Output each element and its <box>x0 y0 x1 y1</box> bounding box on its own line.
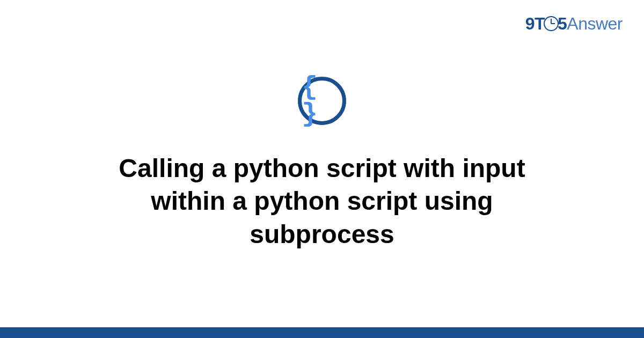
braces-icon: { } <box>298 77 346 125</box>
main-content: { } Calling a python script with input w… <box>0 0 644 327</box>
page-title: Calling a python script with input withi… <box>64 152 580 251</box>
braces-glyph: { } <box>302 74 342 128</box>
bottom-accent-bar <box>0 327 644 338</box>
